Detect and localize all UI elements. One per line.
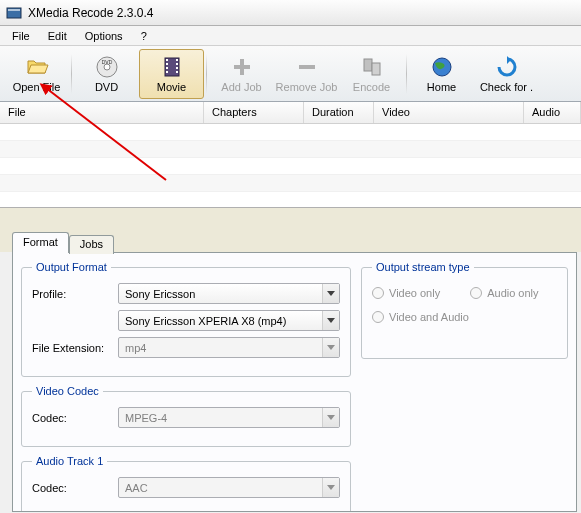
stream-type-legend: Output stream type <box>372 261 474 273</box>
device-value: Sony Ericsson XPERIA X8 (mp4) <box>125 315 286 327</box>
open-file-label: Open File <box>13 81 61 93</box>
radio-icon <box>470 287 482 299</box>
home-label: Home <box>427 81 456 93</box>
chevron-down-icon <box>322 311 339 330</box>
radio-video-only[interactable]: Video only <box>372 287 440 299</box>
audio-codec-value: AAC <box>125 482 148 494</box>
chevron-down-icon <box>322 478 339 497</box>
file-list[interactable]: File Chapters Duration Video Audio <box>0 102 581 208</box>
profile-value: Sony Ericsson <box>125 288 195 300</box>
list-row <box>0 158 581 175</box>
radio-audio-only[interactable]: Audio only <box>470 287 538 299</box>
tab-format[interactable]: Format <box>12 232 69 253</box>
open-file-button[interactable]: Open File <box>4 49 69 99</box>
encode-button[interactable]: Encode <box>339 49 404 99</box>
svg-rect-9 <box>166 71 168 73</box>
video-codec-group: Video Codec Codec: MPEG-4 <box>21 385 351 447</box>
tab-jobs[interactable]: Jobs <box>69 235 114 254</box>
audio-track-group: Audio Track 1 Codec: AAC <box>21 455 351 512</box>
video-codec-legend: Video Codec <box>32 385 103 397</box>
audio-track-legend: Audio Track 1 <box>32 455 107 467</box>
add-job-button[interactable]: Add Job <box>209 49 274 99</box>
ext-label: File Extension: <box>32 342 112 354</box>
spacer <box>0 208 581 230</box>
radio-video-and-audio[interactable]: Video and Audio <box>372 311 557 323</box>
svg-rect-7 <box>166 63 168 65</box>
dvd-label: DVD <box>95 81 118 93</box>
plus-icon <box>230 55 254 79</box>
audio-only-label: Audio only <box>487 287 538 299</box>
folder-open-icon <box>25 55 49 79</box>
svg-rect-10 <box>176 59 178 61</box>
minus-icon <box>295 55 319 79</box>
globe-icon <box>430 55 454 79</box>
menu-help[interactable]: ? <box>133 28 155 44</box>
col-video[interactable]: Video <box>374 102 524 123</box>
toolbar: Open File DVD DVD Movie Add Job Remove J… <box>0 46 581 102</box>
movie-button[interactable]: Movie <box>139 49 204 99</box>
ext-value: mp4 <box>125 342 146 354</box>
svg-rect-12 <box>176 67 178 69</box>
remove-job-label: Remove Job <box>276 81 338 93</box>
chevron-down-icon <box>322 408 339 427</box>
audio-codec-label: Codec: <box>32 482 112 494</box>
separator <box>406 54 407 94</box>
video-codec-label: Codec: <box>32 412 112 424</box>
add-job-label: Add Job <box>221 81 261 93</box>
check-updates-button[interactable]: Check for . <box>474 49 539 99</box>
encode-label: Encode <box>353 81 390 93</box>
video-codec-value: MPEG-4 <box>125 412 167 424</box>
list-row <box>0 175 581 192</box>
home-button[interactable]: Home <box>409 49 474 99</box>
svg-rect-16 <box>299 65 315 69</box>
chevron-down-icon <box>322 338 339 357</box>
menubar: File Edit Options ? <box>0 26 581 46</box>
movie-label: Movie <box>157 81 186 93</box>
audio-codec-combo[interactable]: AAC <box>118 477 340 498</box>
window-title: XMedia Recode 2.3.0.4 <box>28 6 153 20</box>
menu-options[interactable]: Options <box>77 28 131 44</box>
col-file[interactable]: File <box>0 102 204 123</box>
svg-rect-17 <box>364 59 372 71</box>
stream-type-group: Output stream type Video only Audio only… <box>361 261 568 359</box>
check-label: Check for . <box>480 81 533 93</box>
encode-icon <box>360 55 384 79</box>
list-row <box>0 124 581 141</box>
radio-icon <box>372 287 384 299</box>
menu-file[interactable]: File <box>4 28 38 44</box>
video-and-audio-label: Video and Audio <box>389 311 469 323</box>
profile-label: Profile: <box>32 288 112 300</box>
tabstrip: Format Jobs <box>0 230 581 252</box>
svg-rect-6 <box>166 59 168 61</box>
video-only-label: Video only <box>389 287 440 299</box>
output-format-group: Output Format Profile: Sony Ericsson Son… <box>21 261 351 377</box>
remove-job-button[interactable]: Remove Job <box>274 49 339 99</box>
list-row <box>0 141 581 158</box>
output-format-legend: Output Format <box>32 261 111 273</box>
menu-edit[interactable]: Edit <box>40 28 75 44</box>
tab-content: Output Format Profile: Sony Ericsson Son… <box>12 252 577 512</box>
profile-combo[interactable]: Sony Ericsson <box>118 283 340 304</box>
device-combo[interactable]: Sony Ericsson XPERIA X8 (mp4) <box>118 310 340 331</box>
video-codec-combo[interactable]: MPEG-4 <box>118 407 340 428</box>
dvd-icon: DVD <box>95 55 119 79</box>
chevron-down-icon <box>322 284 339 303</box>
separator <box>206 54 207 94</box>
separator <box>71 54 72 94</box>
svg-rect-8 <box>166 67 168 69</box>
col-duration[interactable]: Duration <box>304 102 374 123</box>
svg-rect-18 <box>372 63 380 75</box>
list-rows <box>0 124 581 209</box>
list-row <box>0 192 581 209</box>
svg-rect-1 <box>8 9 20 11</box>
col-audio[interactable]: Audio <box>524 102 581 123</box>
film-icon <box>160 55 184 79</box>
svg-rect-13 <box>176 71 178 73</box>
app-icon <box>6 5 22 21</box>
svg-text:DVD: DVD <box>101 59 112 65</box>
ext-combo[interactable]: mp4 <box>118 337 340 358</box>
list-header: File Chapters Duration Video Audio <box>0 102 581 124</box>
col-chapters[interactable]: Chapters <box>204 102 304 123</box>
titlebar: XMedia Recode 2.3.0.4 <box>0 0 581 26</box>
dvd-button[interactable]: DVD DVD <box>74 49 139 99</box>
